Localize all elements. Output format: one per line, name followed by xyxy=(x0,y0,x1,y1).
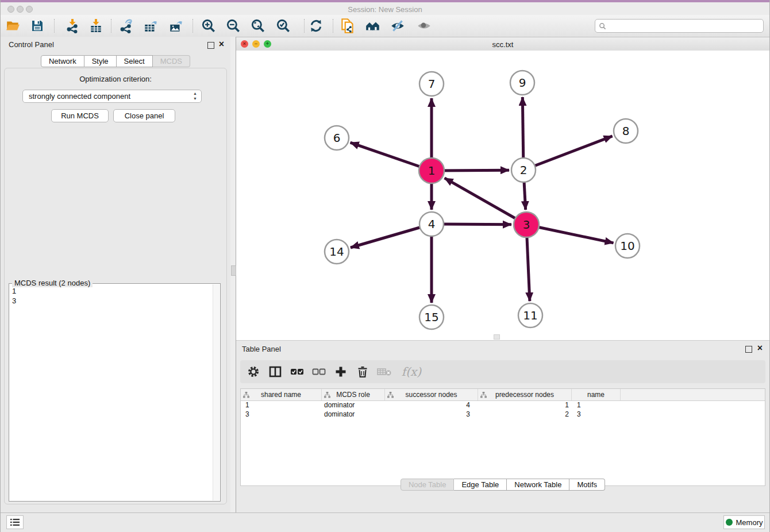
table-settings-button[interactable] xyxy=(246,364,261,379)
save-session-button[interactable] xyxy=(28,18,47,34)
tab-edge-table[interactable]: Edge Table xyxy=(454,479,507,491)
table-tabs: Node Table Edge Table Network Table Moti… xyxy=(236,479,769,491)
graph-node-1[interactable]: 1 xyxy=(419,158,444,183)
toolbar-separator xyxy=(304,19,305,33)
show-hide-columns-button[interactable] xyxy=(268,364,283,379)
duplicate-network-icon xyxy=(339,17,356,34)
zoom-in-button[interactable] xyxy=(199,18,218,34)
tab-style[interactable]: Style xyxy=(84,55,117,67)
cell-mcds-role: dominator xyxy=(322,410,385,419)
column-header-shared-name[interactable]: shared name xyxy=(241,389,322,400)
session-title: Session: New Session xyxy=(1,5,769,14)
close-panel-icon[interactable]: × xyxy=(219,38,224,50)
table-toolbar: f(x) xyxy=(240,360,765,383)
close-panel-button[interactable]: Close panel xyxy=(113,109,175,122)
delete-column-button[interactable] xyxy=(355,364,370,379)
svg-text:3: 3 xyxy=(523,218,530,232)
cell-name: 1 xyxy=(572,401,621,410)
search-input[interactable] xyxy=(609,21,763,31)
select-all-rows-button[interactable] xyxy=(290,364,305,379)
export-table-icon xyxy=(143,18,158,33)
graph-node-10[interactable]: 10 xyxy=(615,234,640,258)
duplicate-network-button[interactable] xyxy=(338,18,357,34)
hide-selected-button[interactable] xyxy=(388,18,407,34)
float-panel-icon[interactable] xyxy=(207,42,214,49)
zoom-selected-icon xyxy=(276,18,291,33)
tab-network[interactable]: Network xyxy=(41,55,84,67)
cell-mcds-role: dominator xyxy=(322,401,385,410)
table-row[interactable]: 1 dominator 4 1 1 xyxy=(241,401,765,410)
optimization-criterion-select[interactable]: strongly connected component ▲▼ xyxy=(22,90,202,103)
graph-node-8[interactable]: 8 xyxy=(614,119,638,143)
tab-motifs[interactable]: Motifs xyxy=(569,479,605,491)
select-stepper-icon: ▲▼ xyxy=(193,91,197,101)
open-session-button[interactable] xyxy=(3,18,23,34)
cell-shared-name: 3 xyxy=(241,410,322,419)
network-window-title: scc.txt xyxy=(236,40,769,49)
column-type-icon xyxy=(243,392,249,398)
panel-splitter[interactable] xyxy=(230,37,236,513)
deselect-all-icon xyxy=(312,365,326,378)
import-table-icon xyxy=(88,18,103,33)
graph-node-11[interactable]: 11 xyxy=(518,303,542,327)
export-network-button[interactable] xyxy=(116,18,136,34)
import-table-button[interactable] xyxy=(86,18,106,34)
mcds-result-list[interactable]: 1 3 xyxy=(12,286,16,306)
svg-text:14: 14 xyxy=(329,245,344,259)
tab-network-table[interactable]: Network Table xyxy=(507,479,569,491)
column-header-mcds-role[interactable]: MCDS role xyxy=(322,389,385,400)
graph-node-3[interactable]: 3 xyxy=(514,212,539,237)
mcds-result-scrollbar[interactable] xyxy=(213,284,220,500)
graph-node-14[interactable]: 14 xyxy=(325,240,349,264)
export-table-button[interactable] xyxy=(141,18,160,34)
network-view-window: × − + scc.txt 7968124314101511 xyxy=(236,38,769,340)
graph-node-4[interactable]: 4 xyxy=(419,212,444,236)
main-toolbar xyxy=(1,15,769,37)
splitter-grip[interactable] xyxy=(231,265,236,276)
gear-icon xyxy=(247,365,260,378)
fx-icon: f(x) xyxy=(402,365,421,379)
zoom-out-button[interactable] xyxy=(224,18,243,34)
tab-select[interactable]: Select xyxy=(117,55,153,67)
deselect-all-rows-button[interactable] xyxy=(311,364,326,379)
export-image-button[interactable] xyxy=(166,18,186,34)
graph-node-15[interactable]: 15 xyxy=(419,305,444,329)
graph-node-2[interactable]: 2 xyxy=(511,158,536,182)
float-table-panel-icon[interactable] xyxy=(745,346,752,353)
first-neighbors-button[interactable] xyxy=(363,18,383,34)
graph-edge-2-8[interactable] xyxy=(523,136,613,170)
function-builder-button[interactable]: f(x) xyxy=(399,364,424,379)
memory-button[interactable]: Memory xyxy=(723,515,765,529)
column-header-successor-nodes[interactable]: successor nodes xyxy=(385,389,478,400)
zoom-fit-button[interactable] xyxy=(248,18,268,34)
refresh-icon xyxy=(309,18,324,33)
network-scroll-grip[interactable] xyxy=(494,334,500,340)
delete-table-button[interactable] xyxy=(377,364,392,379)
zoom-selected-button[interactable] xyxy=(274,18,293,34)
graph-node-9[interactable]: 9 xyxy=(510,71,534,95)
eye-slash-icon xyxy=(390,18,406,34)
task-history-button[interactable] xyxy=(6,515,24,529)
close-table-panel-icon[interactable]: × xyxy=(757,342,763,354)
network-graph: 7968124314101511 xyxy=(236,51,770,340)
svg-text:15: 15 xyxy=(424,310,438,324)
application-window: Session: New Session xyxy=(0,0,770,532)
network-canvas[interactable]: 7968124314101511 xyxy=(236,51,769,340)
graph-node-6[interactable]: 6 xyxy=(325,126,349,150)
create-column-button[interactable] xyxy=(333,364,348,379)
svg-text:11: 11 xyxy=(523,309,537,322)
column-header-name[interactable]: name xyxy=(572,389,621,400)
search-field[interactable] xyxy=(595,19,764,33)
import-network-button[interactable] xyxy=(63,18,82,34)
tab-mcds[interactable]: MCDS xyxy=(153,55,190,67)
column-type-icon xyxy=(324,392,330,398)
memory-status-icon xyxy=(726,519,733,526)
graph-node-7[interactable]: 7 xyxy=(419,72,444,96)
table-row[interactable]: 3 dominator 3 2 3 xyxy=(241,410,765,419)
graph-edge-3-1[interactable] xyxy=(445,178,526,225)
tab-node-table[interactable]: Node Table xyxy=(401,479,455,491)
column-header-predecessor-nodes[interactable]: predecessor nodes xyxy=(478,389,572,400)
show-all-button[interactable] xyxy=(414,18,434,34)
refresh-button[interactable] xyxy=(306,18,326,34)
run-mcds-button[interactable]: Run MCDS xyxy=(51,109,109,122)
